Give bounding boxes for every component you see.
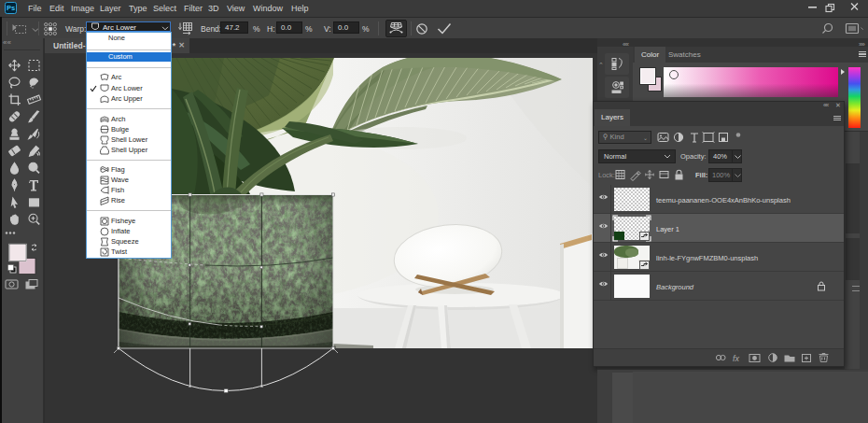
svg-text:fx: fx (733, 354, 740, 363)
svg-text:««: «« (3, 38, 11, 47)
